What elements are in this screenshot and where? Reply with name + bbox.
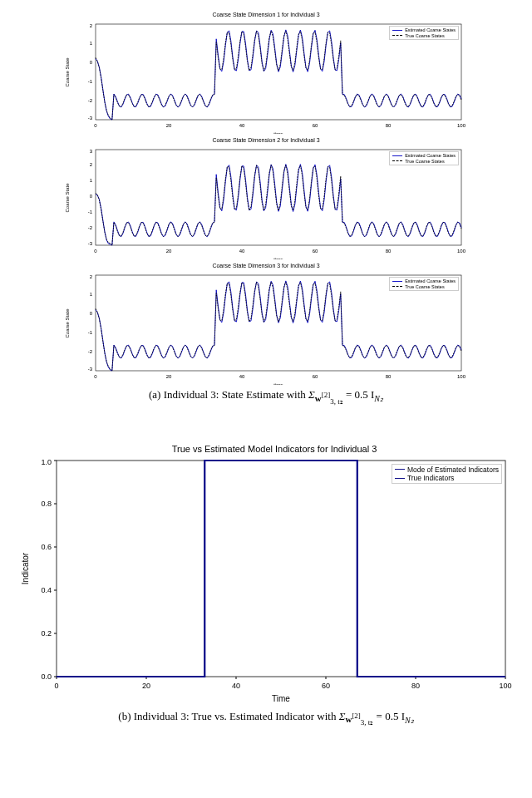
- svg-text:time: time: [273, 131, 283, 134]
- legend-2: Estimated Coarse States True Coarse Stat…: [389, 151, 459, 165]
- svg-text:80: 80: [386, 374, 392, 379]
- svg-text:Coarse State: Coarse State: [65, 308, 70, 338]
- subplot-3: Coarse State Dimension 3 for Individual …: [58, 263, 474, 385]
- svg-text:20: 20: [166, 249, 172, 254]
- svg-text:-1: -1: [88, 209, 93, 214]
- legend-b: Mode of Estimated Indicators True Indica…: [392, 464, 502, 484]
- svg-text:0: 0: [90, 60, 93, 65]
- svg-text:60: 60: [322, 682, 330, 690]
- svg-text:60: 60: [313, 123, 318, 128]
- svg-text:-1: -1: [88, 79, 93, 84]
- svg-text:80: 80: [411, 682, 420, 690]
- svg-text:20: 20: [142, 682, 150, 690]
- svg-text:-1: -1: [88, 330, 93, 335]
- legend-1: Estimated Coarse States True Coarse Stat…: [389, 26, 459, 40]
- svg-text:60: 60: [313, 249, 318, 254]
- svg-text:2: 2: [90, 162, 93, 167]
- svg-text:40: 40: [239, 374, 245, 379]
- caption-b: (b) Individual 3: True vs. Estimated Ind…: [8, 710, 524, 727]
- caption-a: (a) Individual 3: State Estimate with Σw…: [8, 388, 524, 406]
- svg-text:Indicator: Indicator: [21, 552, 30, 584]
- svg-text:3: 3: [90, 149, 93, 154]
- svg-text:20: 20: [166, 374, 172, 379]
- svg-text:1: 1: [90, 292, 93, 297]
- svg-text:60: 60: [313, 374, 318, 379]
- svg-text:0.6: 0.6: [41, 543, 52, 551]
- svg-text:2: 2: [90, 23, 93, 28]
- svg-text:1: 1: [90, 41, 93, 46]
- figure-a: Coarse State Dimension 1 for Individual …: [8, 12, 524, 406]
- svg-text:-3: -3: [88, 116, 93, 121]
- svg-text:0: 0: [94, 123, 97, 128]
- svg-text:20: 20: [166, 123, 172, 128]
- svg-text:-3: -3: [88, 367, 93, 372]
- svg-text:100: 100: [457, 374, 466, 379]
- svg-text:1.0: 1.0: [41, 458, 52, 466]
- svg-text:True vs Estimated Model Indica: True vs Estimated Model Indicators for I…: [172, 444, 377, 454]
- svg-text:80: 80: [386, 123, 392, 128]
- svg-text:0.8: 0.8: [41, 500, 52, 508]
- svg-text:time: time: [273, 257, 283, 259]
- svg-text:40: 40: [232, 682, 240, 690]
- svg-text:0: 0: [90, 194, 93, 199]
- svg-text:2: 2: [90, 274, 93, 279]
- svg-text:100: 100: [499, 682, 511, 690]
- svg-text:0: 0: [94, 249, 97, 254]
- svg-text:100: 100: [457, 249, 466, 254]
- svg-text:0.0: 0.0: [41, 672, 52, 681]
- svg-text:time: time: [273, 382, 283, 385]
- svg-text:-2: -2: [88, 98, 93, 103]
- svg-text:100: 100: [457, 123, 466, 128]
- svg-text:-2: -2: [88, 349, 93, 354]
- subplot-b: True vs Estimated Model Indicators for I…: [17, 441, 515, 707]
- subplot-2: Coarse State Dimension 2 for Individual …: [58, 137, 474, 259]
- plot-title-3: Coarse State Dimension 3 for Individual …: [58, 263, 474, 268]
- figure-b: True vs Estimated Model Indicators for I…: [8, 441, 524, 727]
- svg-text:0.4: 0.4: [41, 586, 52, 594]
- svg-text:80: 80: [386, 249, 392, 254]
- svg-text:Coarse State: Coarse State: [65, 183, 70, 213]
- plot-title-2: Coarse State Dimension 2 for Individual …: [58, 137, 474, 143]
- svg-text:0: 0: [94, 374, 97, 379]
- svg-text:Coarse State: Coarse State: [65, 57, 70, 87]
- svg-text:0: 0: [90, 311, 93, 316]
- subplot-1: Coarse State Dimension 1 for Individual …: [58, 12, 474, 134]
- svg-text:40: 40: [239, 123, 245, 128]
- svg-text:Time: Time: [272, 694, 290, 703]
- svg-text:1: 1: [90, 178, 93, 183]
- svg-text:0.2: 0.2: [41, 629, 52, 638]
- svg-text:0: 0: [54, 682, 58, 690]
- plot-title-1: Coarse State Dimension 1 for Individual …: [58, 12, 474, 17]
- svg-text:-3: -3: [88, 241, 93, 246]
- svg-text:40: 40: [239, 249, 245, 254]
- svg-rect-47: [57, 461, 505, 677]
- legend-3: Estimated Coarse States True Coarse Stat…: [389, 277, 459, 291]
- svg-text:-2: -2: [88, 225, 93, 230]
